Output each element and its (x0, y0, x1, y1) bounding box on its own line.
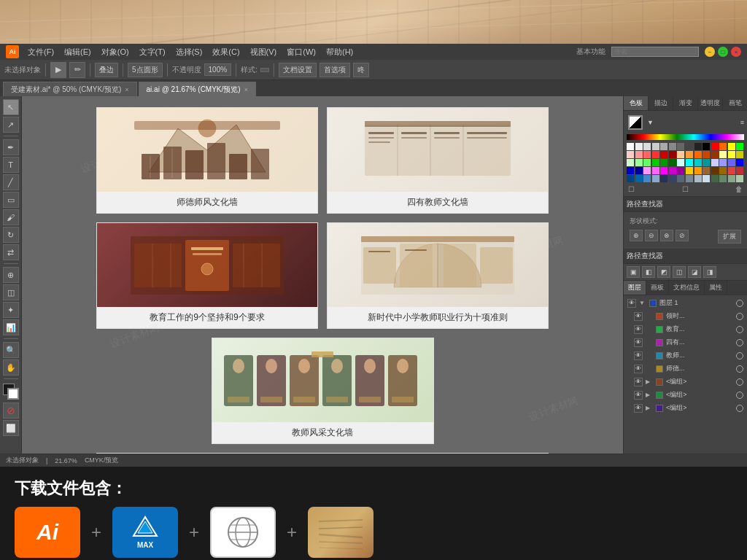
swatch-41[interactable] (660, 167, 667, 174)
layer-1[interactable]: 👁 领时... (625, 310, 746, 323)
swatch-options-btn[interactable]: ☐ (682, 185, 689, 193)
swatch-17[interactable] (686, 151, 693, 158)
swatch-16[interactable] (677, 151, 684, 158)
swatch-62[interactable] (719, 175, 727, 182)
swatch-8[interactable] (694, 143, 702, 150)
menu-object[interactable]: 对象(O) (97, 45, 133, 59)
rect-tool[interactable]: ▭ (3, 192, 19, 208)
canvas-area[interactable]: 设计素材网 设计素材网 设计素材网 设计素材网 (22, 96, 623, 454)
graph-tool[interactable]: 📊 (3, 319, 19, 335)
layer-circle-7[interactable] (736, 392, 743, 399)
gallery-item-1[interactable]: 四有教师文化墙 (327, 107, 549, 214)
layer-7[interactable]: 👁 ▶ <编组> (625, 389, 746, 402)
swatch-64[interactable] (736, 175, 743, 182)
gallery-item-2[interactable]: 教育工作的9个坚持和9个要求 (96, 222, 318, 329)
swatch-57[interactable] (677, 175, 684, 182)
arrow-tool[interactable]: ▶ (50, 62, 66, 78)
brush-tool[interactable]: 🖌 (3, 209, 19, 225)
style-dropdown[interactable] (260, 68, 269, 72)
swatch-15[interactable] (669, 151, 676, 158)
color-gradient-bar[interactable] (627, 134, 744, 140)
tab-1[interactable]: ai.ai @ 21.67% (CMYK/预览) × (139, 82, 256, 96)
swatch-white[interactable] (627, 143, 634, 150)
layer-expand-6[interactable]: ▶ (646, 378, 653, 385)
swatch-10[interactable] (627, 151, 634, 158)
expand-btn[interactable]: 扩展 (718, 230, 741, 244)
path-btn-5[interactable]: ◨ (703, 266, 716, 278)
swatch-29[interactable] (669, 159, 676, 166)
tab-stroke[interactable]: 描边 (649, 96, 673, 110)
delete-swatch-btn[interactable]: 🗑 (735, 185, 743, 193)
swatch-yellow[interactable] (728, 143, 735, 150)
direct-select-tool[interactable]: ↗ (3, 117, 19, 133)
hand-tool[interactable]: ✋ (3, 359, 19, 376)
swatch-51[interactable] (627, 175, 634, 182)
path-btn-1[interactable]: ◧ (642, 266, 655, 278)
layer-4[interactable]: 👁 教师... (625, 349, 746, 362)
select-tool[interactable]: ↖ (3, 99, 19, 115)
first-option-btn[interactable]: 首选项 (320, 63, 350, 77)
tab-color[interactable]: 色板 (624, 96, 649, 110)
swatch-12[interactable] (643, 151, 651, 158)
layer-vis-4[interactable]: 👁 (634, 351, 643, 360)
minimize-button[interactable]: − (705, 47, 715, 57)
swatch-24[interactable] (627, 159, 634, 166)
tab-gradient[interactable]: 渐变 (673, 96, 698, 110)
swatch-43[interactable] (677, 167, 684, 174)
none-indicator[interactable]: ⊘ (3, 402, 19, 419)
type-tool[interactable]: T (3, 157, 19, 173)
swatch-28[interactable] (660, 159, 667, 166)
swatch-18[interactable] (694, 151, 702, 158)
layer-vis-6[interactable]: 👁 (634, 378, 643, 386)
swatch-63[interactable] (728, 175, 735, 182)
more-btn[interactable]: 咚 (353, 63, 369, 77)
new-swatch-btn[interactable]: ☐ (628, 185, 635, 193)
eyedropper-tool[interactable]: ✦ (3, 302, 19, 318)
path-btn-2[interactable]: ◩ (657, 266, 670, 278)
tab-close-0[interactable]: × (125, 86, 128, 93)
swatch-11[interactable] (635, 151, 643, 158)
menu-file[interactable]: 文件(F) (23, 45, 58, 59)
swatch-31[interactable] (686, 159, 693, 166)
path-btn-4[interactable]: ◪ (688, 266, 701, 278)
layers-tab-props[interactable]: 属性 (705, 281, 727, 295)
path-btn-0[interactable]: ▣ (627, 266, 640, 278)
layer-vis-5[interactable]: 👁 (634, 365, 643, 373)
layer-circle-8[interactable] (736, 405, 743, 412)
swatch-52[interactable] (635, 175, 643, 182)
close-button[interactable]: × (731, 47, 741, 57)
swatch-53[interactable] (643, 175, 651, 182)
shape-btn-3[interactable]: ⊘ (676, 230, 689, 241)
gradient-tool[interactable]: ◫ (3, 284, 19, 300)
menu-window[interactable]: 窗口(W) (282, 45, 320, 59)
swatch-21[interactable] (719, 151, 727, 158)
layer-5[interactable]: 👁 师德... (625, 362, 746, 376)
layer-vis-7[interactable]: 👁 (634, 391, 643, 400)
zoom-tool[interactable]: 🔍 (3, 342, 19, 358)
doc-settings-btn[interactable]: 文档设置 (279, 63, 317, 77)
opacity-value[interactable]: 100% (204, 63, 232, 76)
swatch-46[interactable] (703, 167, 710, 174)
swatch-61[interactable] (711, 175, 719, 182)
swatch-54[interactable] (652, 175, 659, 182)
swatch-60[interactable] (703, 175, 710, 182)
maximize-button[interactable]: □ (718, 47, 728, 57)
layer-circle-2[interactable] (736, 326, 743, 333)
layer-expand-8[interactable]: ▶ (646, 405, 653, 411)
swatch-25[interactable] (635, 159, 643, 166)
layer-vis-2[interactable]: 👁 (634, 325, 643, 334)
shape-btn-1[interactable]: ⊖ (645, 230, 658, 241)
swatch-50[interactable] (736, 167, 743, 174)
swatch-22[interactable] (728, 151, 735, 158)
layer-circle-5[interactable] (736, 365, 743, 373)
swatch-42[interactable] (669, 167, 676, 174)
menu-text[interactable]: 文字(T) (135, 45, 170, 59)
layer-2[interactable]: 👁 教育... (625, 323, 746, 336)
pen-tool[interactable]: ✒ (3, 139, 19, 155)
search-input[interactable] (611, 47, 699, 57)
swatch-47[interactable] (711, 167, 719, 174)
swatch-blue[interactable] (736, 159, 743, 166)
swatch-red[interactable] (711, 143, 719, 150)
layer-expand-0[interactable]: ▼ (639, 300, 646, 306)
swatch-orange[interactable] (719, 143, 727, 150)
